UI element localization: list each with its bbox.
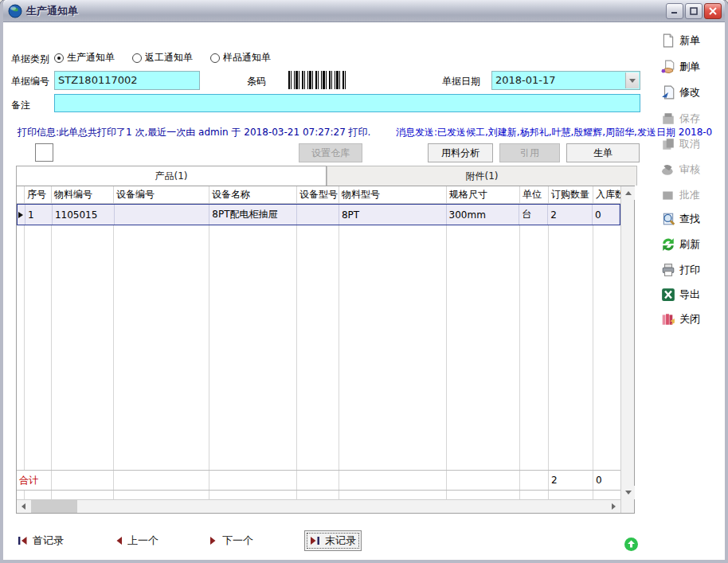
globe-icon — [8, 4, 22, 18]
print-icon — [661, 263, 675, 277]
scroll-up-icon[interactable] — [621, 186, 635, 200]
sidebar-button-close[interactable]: 关闭 — [661, 311, 700, 328]
sidebar-label: 保存 — [679, 111, 700, 126]
save-icon — [661, 111, 675, 126]
table-empty-area — [17, 225, 620, 470]
radio-sample-notice[interactable]: 样品通知单 — [210, 51, 271, 65]
cell-seq[interactable]: 1 — [25, 205, 53, 225]
edit-doc-icon — [661, 85, 675, 100]
create-order-button[interactable]: 生单 — [566, 143, 640, 162]
cell-order-qty[interactable]: 2 — [548, 205, 593, 225]
tab-products[interactable]: 产品(1) — [16, 166, 327, 186]
message-sent-text: 消息发送:已发送候工,刘建新,杨邦礼,叶慧,殷耀辉,周韶华,发送日期 2018-… — [396, 126, 712, 139]
sidebar-button-refresh[interactable]: 刷新 — [661, 236, 700, 253]
doc-no-label: 单据编号 — [11, 75, 49, 88]
client-area: 单据类别 生产通知单 返工通知单 样品通知单 单据编号 STZ180117002… — [3, 22, 725, 560]
search-icon — [661, 212, 675, 226]
radio-dot-icon — [54, 53, 64, 63]
radio-rework-notice[interactable]: 返工通知单 — [132, 51, 193, 65]
next-record-icon — [209, 536, 217, 545]
set-warehouse-button: 设置仓库 — [299, 143, 362, 162]
delete-doc-icon — [661, 60, 675, 74]
last-record-icon — [310, 536, 320, 545]
sidebar-label: 删单 — [679, 60, 700, 74]
doc-type-label: 单据类别 — [11, 53, 49, 66]
row-indicator-arrow — [18, 212, 23, 218]
barcode-image — [288, 71, 348, 89]
previous-record-button[interactable]: 上一个 — [110, 531, 163, 550]
cell-spec[interactable]: 300mm — [447, 205, 520, 225]
chevron-down-icon[interactable] — [625, 72, 639, 88]
column-header: 物料编号 — [52, 186, 114, 203]
horizontal-scroll-thumb[interactable] — [31, 500, 77, 513]
row-indicator-cell — [18, 205, 25, 225]
sidebar-label: 审核 — [679, 162, 700, 177]
last-record-button[interactable]: 末记录 — [304, 530, 362, 551]
title-bar: 生产通知单 — [3, 0, 725, 22]
maximize-icon[interactable] — [685, 3, 703, 19]
vertical-scroll-track[interactable] — [621, 200, 634, 486]
close-icon[interactable] — [704, 3, 722, 19]
sidebar-button-modify[interactable]: 修改 — [661, 84, 700, 101]
approve-icon — [661, 188, 675, 202]
table-row[interactable]: 1 1105015 8PT配电柜抽屉 8PT 300mm 台 2 0 — [17, 204, 620, 225]
new-doc-icon — [661, 33, 675, 48]
sidebar-label: 新单 — [679, 33, 700, 48]
cell-device-no[interactable] — [115, 205, 210, 225]
export-excel-icon — [661, 287, 675, 302]
first-record-button[interactable]: 首记录 — [13, 531, 68, 550]
nav-label: 上一个 — [127, 534, 159, 548]
cell-material-model[interactable]: 8PT — [339, 205, 447, 225]
cell-device-model[interactable] — [297, 205, 339, 225]
sidebar: 新单 删单 修改 保存 — [655, 22, 725, 560]
quote-button: 引用 — [499, 143, 560, 162]
cell-in-qty[interactable]: 0 — [593, 205, 620, 225]
cell-material-no[interactable]: 1105015 — [53, 205, 115, 225]
column-header: 设备编号 — [114, 186, 209, 203]
doc-type-radio-group: 生产通知单 返工通知单 样品通知单 — [54, 51, 271, 65]
minimize-icon[interactable] — [666, 3, 683, 19]
cell-device-name[interactable]: 8PT配电柜抽屉 — [209, 205, 297, 225]
material-analysis-button[interactable]: 用料分析 — [428, 143, 493, 162]
sidebar-button-new[interactable]: 新单 — [661, 32, 700, 49]
table-header-row: 序号 物料编号 设备编号 设备名称 设备型号 物料型号 规格尺寸 单位 订购数量… — [17, 186, 620, 204]
scroll-right-icon[interactable] — [607, 500, 620, 513]
cell-unit[interactable]: 台 — [519, 205, 548, 225]
sidebar-button-find[interactable]: 查找 — [661, 210, 700, 228]
radio-production-notice[interactable]: 生产通知单 — [54, 51, 115, 65]
print-info-text: 打印信息:此单总共打印了1 次,最近一次由 admin 于 2018-03-21… — [18, 126, 370, 139]
print-flag-checkbox[interactable] — [35, 143, 53, 162]
tab-bar: 产品(1) 附件(1) — [16, 166, 637, 186]
tab-attachments[interactable]: 附件(1) — [327, 166, 637, 186]
vertical-scrollbar[interactable] — [620, 186, 634, 513]
remarks-input[interactable] — [54, 94, 640, 112]
horizontal-scrollbar[interactable] — [17, 499, 620, 513]
doc-no-input[interactable]: STZ180117002 — [54, 71, 200, 90]
green-status-icon — [624, 537, 639, 552]
remarks-label: 备注 — [11, 99, 30, 112]
total-label: 合计 — [17, 471, 52, 490]
sidebar-label: 查找 — [679, 212, 700, 226]
total-order-qty: 2 — [549, 471, 593, 490]
sidebar-button-delete[interactable]: 删单 — [661, 58, 700, 76]
nav-label: 首记录 — [33, 534, 64, 548]
app-window: 生产通知单 单据类别 生产通知单 返工通知单 — [0, 0, 728, 563]
sidebar-button-save: 保存 — [661, 110, 700, 127]
record-navigation: 首记录 上一个 下一个 末记录 — [13, 530, 362, 551]
refresh-icon — [661, 237, 675, 252]
radio-label: 样品通知单 — [223, 51, 271, 65]
column-header: 设备型号 — [297, 186, 339, 203]
nav-label: 下一个 — [222, 534, 253, 548]
sidebar-button-export[interactable]: 导出 — [661, 286, 700, 303]
nav-label: 末记录 — [325, 534, 356, 548]
column-header: 规格尺寸 — [447, 186, 520, 203]
scroll-down-icon[interactable] — [621, 486, 635, 499]
sidebar-button-print[interactable]: 打印 — [661, 261, 700, 279]
sidebar-label: 打印 — [679, 263, 700, 277]
doc-date-combobox[interactable]: 2018-01-17 — [491, 71, 640, 90]
column-header: 设备名称 — [209, 186, 297, 203]
next-record-button[interactable]: 下一个 — [205, 531, 258, 550]
scroll-left-icon[interactable] — [17, 500, 30, 513]
total-in-qty: 0 — [593, 471, 620, 490]
close-books-icon — [661, 312, 675, 326]
